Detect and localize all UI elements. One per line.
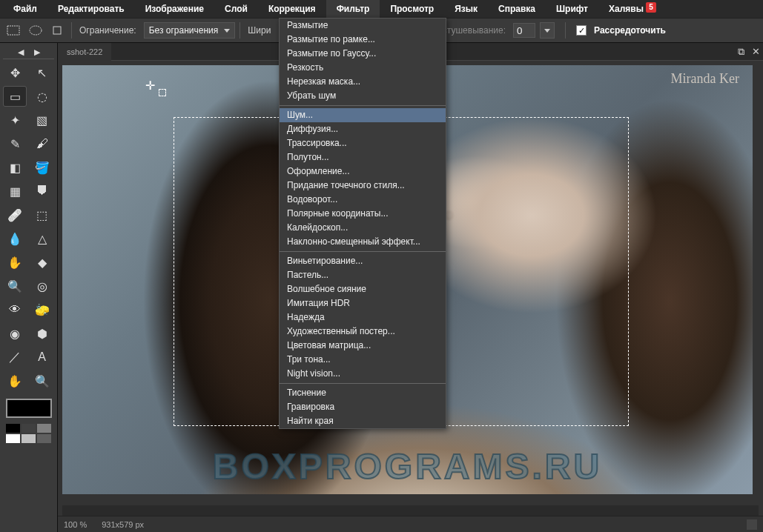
zoom2-tool[interactable]: 🔍 [30, 370, 54, 391]
limit-dropdown[interactable]: Без ограничения [144, 22, 236, 39]
resize-handle-icon[interactable] [747, 519, 757, 530]
filter-menu-item[interactable]: Резкость [280, 61, 446, 75]
filter-menu-item[interactable]: Night vision... [280, 367, 446, 381]
filter-menu-item[interactable]: Полутон... [280, 150, 446, 164]
document-tab[interactable]: sshot-222 [58, 43, 111, 61]
zoom-level: 100 % [64, 520, 87, 529]
detach-icon[interactable]: ⧉ [733, 44, 748, 59]
lasso-tool[interactable]: ◌ [30, 86, 54, 107]
filter-menu-item[interactable]: Пастель... [280, 268, 446, 282]
hand-tool[interactable]: ✋ [3, 370, 27, 391]
menu-correction[interactable]: Коррекция [258, 0, 326, 18]
menu-view[interactable]: Просмотр [380, 0, 444, 18]
menu-language[interactable]: Язык [444, 0, 488, 18]
crop-tool[interactable]: ▧ [30, 110, 54, 130]
move-tool[interactable]: ✥ [3, 62, 27, 83]
filter-menu-item[interactable]: Убрать шум [280, 89, 446, 103]
filter-menu-item[interactable]: Шум... [280, 108, 446, 122]
eraser-tool[interactable]: ◧ [3, 157, 27, 178]
shape-tool[interactable]: ◎ [30, 276, 54, 296]
toolbar-collapser[interactable]: ◀▶ [3, 46, 54, 59]
foreground-color[interactable] [6, 399, 52, 418]
bucket-tool[interactable]: 🪣 [30, 157, 54, 178]
horizontal-scrollbar[interactable] [62, 505, 759, 516]
swatch[interactable] [6, 434, 20, 443]
filter-menu-item[interactable]: Оформление... [280, 164, 446, 179]
menu-image[interactable]: Изображение [135, 0, 214, 18]
menu-freebies[interactable]: Халявы5 [598, 0, 667, 18]
text-tool[interactable]: A [30, 347, 54, 368]
burn-tool[interactable]: ◆ [30, 252, 54, 273]
menu-filter[interactable]: Фильтр [326, 0, 380, 18]
canvas-dimensions: 931x579 px [102, 520, 144, 529]
swatch[interactable] [22, 424, 36, 433]
filter-menu-item[interactable]: Размытие по рамке... [280, 33, 446, 47]
filter-menu-item[interactable]: Трассировка... [280, 136, 446, 150]
feather-input[interactable] [513, 23, 535, 38]
menu-layer[interactable]: Слой [214, 0, 258, 18]
swatch[interactable] [6, 424, 20, 433]
filter-menu-item[interactable]: Диффузия... [280, 122, 446, 136]
feather-dropdown[interactable] [540, 22, 555, 39]
marquee-mode-icon[interactable] [49, 21, 67, 39]
swatch[interactable] [37, 424, 51, 433]
heal-tool[interactable]: 🩹 [3, 205, 27, 225]
menu-edit[interactable]: Редактировать [47, 0, 135, 18]
filter-menu-item[interactable]: Найти края [280, 414, 446, 428]
watermark-text: BOXPROGRAMS.RU [213, 446, 602, 487]
filter-menu-item[interactable]: Наклонно-смещенный эффект... [280, 235, 446, 249]
width-label: Шири [248, 25, 271, 36]
menu-file[interactable]: Файл [3, 0, 47, 18]
filter-menu-item[interactable]: Полярные координаты... [280, 207, 446, 221]
filter-menu-item[interactable]: Размытие [280, 19, 446, 33]
patch-tool[interactable]: ⬚ [30, 205, 54, 225]
sponge-tool[interactable]: 🧽 [30, 299, 54, 320]
filter-menu-item[interactable]: Нерезкая маска... [280, 75, 446, 89]
menu-separator [280, 251, 446, 252]
stamp-tool[interactable]: ⛊ [30, 181, 54, 202]
filter-menu-item[interactable]: Виньетирование... [280, 254, 446, 268]
filter-menu-item[interactable]: Волшебное сияние [280, 282, 446, 296]
swatch[interactable] [37, 434, 51, 443]
menubar: Файл Редактировать Изображение Слой Корр… [0, 0, 763, 18]
menu-separator [280, 105, 446, 106]
zoom-tool[interactable]: 🔍 [3, 276, 27, 296]
filter-menu-item[interactable]: Гравировка [280, 400, 446, 414]
marquee-rect-icon[interactable] [4, 21, 22, 39]
filter-menu-item[interactable]: Тиснение [280, 386, 446, 400]
blob-tool[interactable]: ◉ [3, 323, 27, 344]
eye-tool[interactable]: 👁 [3, 299, 27, 320]
limit-label: Ограничение: [79, 25, 136, 36]
dodge-tool[interactable]: ✋ [3, 252, 27, 273]
pointer-tool[interactable]: ↖ [30, 62, 54, 83]
statusbar: 100 % 931x579 px [58, 516, 763, 532]
filter-menu-item[interactable]: Надежда [280, 310, 446, 325]
marquee-tool[interactable]: ▭ [3, 86, 27, 107]
toolbar: ◀▶ ✥↖▭◌✦▧✎🖌◧🪣▦⛊🩹⬚💧△✋◆🔍◎👁🧽◉⬢／A✋🔍 [0, 43, 58, 532]
gradient-tool[interactable]: ▦ [3, 181, 27, 202]
filter-menu-item[interactable]: Имитация HDR [280, 296, 446, 310]
sharpen-tool[interactable]: △ [30, 228, 54, 249]
filter-menu-item[interactable]: Цветовая матрица... [280, 339, 446, 353]
marquee-ellipse-icon[interactable] [27, 21, 44, 39]
brush-tool[interactable]: 🖌 [30, 133, 54, 154]
liquify-tool[interactable]: ⬢ [30, 323, 54, 344]
pencil-tool[interactable]: ✎ [3, 133, 27, 154]
image-signature: Miranda Ker [671, 71, 739, 87]
menu-font[interactable]: Шрифт [546, 0, 598, 18]
wand-tool[interactable]: ✦ [3, 110, 27, 130]
close-icon[interactable]: ✕ [748, 44, 763, 59]
menu-help[interactable]: Справка [488, 0, 546, 18]
swatch[interactable] [22, 434, 36, 443]
line-tool[interactable]: ／ [3, 347, 27, 368]
filter-menu-item[interactable]: Калейдоскоп... [280, 221, 446, 235]
blur-tool[interactable]: 💧 [3, 228, 27, 249]
filter-menu-item[interactable]: Три тона... [280, 353, 446, 367]
scatter-checkbox[interactable]: ✓ [576, 25, 587, 36]
filter-menu-item[interactable]: Размытие по Гауссу... [280, 47, 446, 61]
filter-menu-item[interactable]: Придание точечного стиля... [280, 179, 446, 193]
scatter-label: Рассредоточить [594, 25, 666, 36]
filter-menu-item[interactable]: Художественный постер... [280, 325, 446, 339]
menu-separator [280, 383, 446, 384]
filter-menu-item[interactable]: Водоворот... [280, 193, 446, 207]
